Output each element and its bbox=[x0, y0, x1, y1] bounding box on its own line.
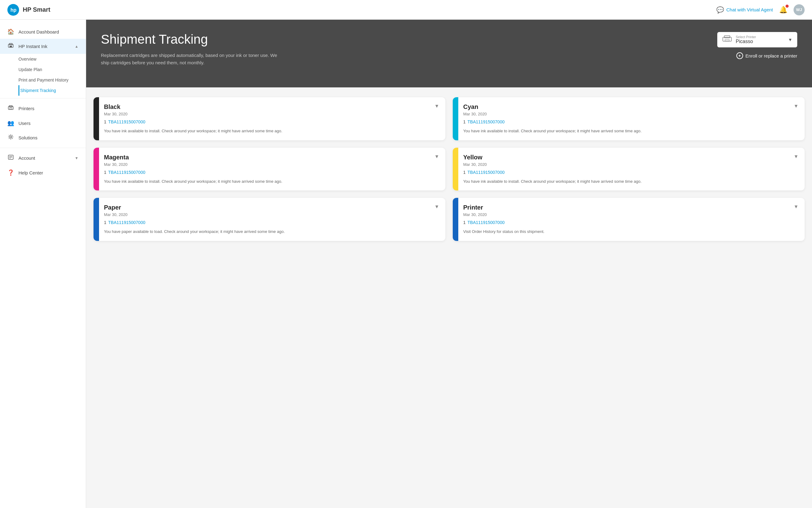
svg-rect-3 bbox=[9, 46, 12, 47]
ink-card-tracking-link-cyan[interactable]: TBA111915007000 bbox=[467, 119, 642, 124]
printer-selector[interactable]: Select Printer Picasso ▼ bbox=[717, 32, 797, 47]
cards-section: Black Mar 30, 2020 1 TBA111915007000 You… bbox=[86, 87, 812, 251]
sidebar-label-account: Account bbox=[18, 155, 71, 161]
sidebar-label-hp-instant-ink: HP Instant Ink bbox=[18, 44, 71, 49]
ink-card-message-yellow: You have ink available to install. Check… bbox=[463, 178, 642, 184]
sidebar-label-account-dashboard: Account Dashboard bbox=[18, 29, 79, 35]
ink-card-title-black: Black bbox=[104, 103, 282, 111]
enroll-label: Enroll or replace a printer bbox=[746, 53, 797, 58]
app-title: HP Smart bbox=[23, 6, 50, 13]
ink-card-tracking-link-yellow[interactable]: TBA111915007000 bbox=[467, 170, 642, 175]
ink-card-chevron-cyan[interactable]: ▼ bbox=[794, 103, 799, 109]
ink-card-body-black: Black Mar 30, 2020 1 TBA111915007000 You… bbox=[99, 97, 445, 140]
sidebar-sub-print-payment[interactable]: Print and Payment History bbox=[18, 75, 86, 85]
sidebar: 🏠 Account Dashboard HP Instant Ink ▲ Ove… bbox=[0, 20, 86, 508]
ink-card-chevron-paper[interactable]: ▼ bbox=[434, 204, 439, 210]
ink-card-body-printer-item: Printer Mar 30, 2020 1 TBA111915007000 V… bbox=[458, 198, 805, 241]
ink-card-qty-printer-item: 1 bbox=[463, 220, 466, 225]
logo-area: hp HP Smart bbox=[7, 4, 50, 16]
hp-instant-ink-chevron: ▲ bbox=[75, 44, 79, 49]
svg-point-7 bbox=[10, 136, 12, 138]
divider-2 bbox=[0, 148, 86, 148]
instant-ink-icon bbox=[7, 42, 14, 50]
enroll-plus-icon: + bbox=[736, 52, 743, 59]
svg-text:hp: hp bbox=[10, 7, 16, 13]
ink-card-tracking-link-printer-item[interactable]: TBA111915007000 bbox=[467, 220, 544, 225]
sidebar-item-printers[interactable]: Printers bbox=[0, 101, 86, 116]
ink-card-printer-item: Printer Mar 30, 2020 1 TBA111915007000 V… bbox=[453, 198, 805, 241]
ink-card-message-paper: You have paper available to load. Check … bbox=[104, 228, 285, 235]
printer-selector-text: Select Printer Picasso bbox=[736, 35, 784, 44]
sidebar-item-hp-instant-ink[interactable]: HP Instant Ink ▲ bbox=[0, 39, 86, 54]
solutions-icon bbox=[7, 134, 14, 141]
ink-card-qty-magenta: 1 bbox=[104, 170, 106, 175]
ink-card-date-magenta: Mar 30, 2020 bbox=[104, 162, 282, 167]
ink-card-tracking-link-magenta[interactable]: TBA111915007000 bbox=[108, 170, 282, 175]
sidebar-item-users[interactable]: 👥 Users bbox=[0, 116, 86, 130]
ink-card-message-black: You have ink available to install. Check… bbox=[104, 128, 282, 134]
ink-card-stripe-black bbox=[93, 97, 99, 140]
user-avatar[interactable]: WJ bbox=[794, 4, 805, 15]
hero-inner: Shipment Tracking Replacement cartridges… bbox=[101, 32, 797, 67]
ink-card-chevron-printer-item[interactable]: ▼ bbox=[794, 204, 799, 210]
sidebar-sub-shipment-tracking[interactable]: Shipment Tracking bbox=[18, 85, 86, 96]
ink-card-date-cyan: Mar 30, 2020 bbox=[463, 112, 642, 116]
sidebar-sub-instant-ink: Overview Update Plan Print and Payment H… bbox=[0, 54, 86, 96]
sidebar-label-users: Users bbox=[18, 121, 79, 126]
top-header: hp HP Smart 💬 Chat with Virtual Agent 🔔 … bbox=[0, 0, 812, 20]
ink-card-stripe-yellow bbox=[453, 148, 458, 191]
hp-logo: hp bbox=[7, 4, 19, 16]
ink-card-paper: Paper Mar 30, 2020 1 TBA111915007000 You… bbox=[93, 198, 445, 241]
sidebar-label-help-center: Help Center bbox=[18, 170, 79, 175]
sidebar-sub-overview[interactable]: Overview bbox=[18, 54, 86, 64]
hero-actions: Select Printer Picasso ▼ + Enroll or rep… bbox=[717, 32, 797, 59]
sidebar-sub-update-plan[interactable]: Update Plan bbox=[18, 64, 86, 75]
ink-card-date-paper: Mar 30, 2020 bbox=[104, 212, 285, 217]
ink-card-qty-yellow: 1 bbox=[463, 170, 466, 175]
ink-card-body-paper: Paper Mar 30, 2020 1 TBA111915007000 You… bbox=[99, 198, 445, 241]
sidebar-item-account[interactable]: Account ▼ bbox=[0, 151, 86, 166]
printer-selector-icon bbox=[722, 35, 732, 44]
ink-card-stripe-magenta bbox=[93, 148, 99, 191]
ink-card-black: Black Mar 30, 2020 1 TBA111915007000 You… bbox=[93, 97, 445, 140]
sidebar-item-solutions[interactable]: Solutions bbox=[0, 130, 86, 145]
ink-card-tracking-cyan: 1 TBA111915007000 bbox=[463, 119, 642, 124]
enroll-link[interactable]: + Enroll or replace a printer bbox=[736, 52, 797, 59]
ink-card-tracking-paper: 1 TBA111915007000 bbox=[104, 220, 285, 225]
ink-card-header-paper: Paper Mar 30, 2020 1 TBA111915007000 You… bbox=[104, 204, 439, 235]
ink-card-chevron-black[interactable]: ▼ bbox=[434, 103, 439, 109]
page-title: Shipment Tracking bbox=[101, 32, 717, 47]
ink-card-message-magenta: You have ink available to install. Check… bbox=[104, 178, 282, 184]
content-area: Shipment Tracking Replacement cartridges… bbox=[86, 20, 812, 508]
chat-link[interactable]: 💬 Chat with Virtual Agent bbox=[716, 6, 773, 13]
chat-label: Chat with Virtual Agent bbox=[726, 7, 773, 12]
account-chevron: ▼ bbox=[75, 156, 79, 160]
ink-card-chevron-yellow[interactable]: ▼ bbox=[794, 154, 799, 159]
ink-card-qty-black: 1 bbox=[104, 119, 106, 124]
main-layout: 🏠 Account Dashboard HP Instant Ink ▲ Ove… bbox=[0, 20, 812, 508]
ink-card-chevron-magenta[interactable]: ▼ bbox=[434, 154, 439, 159]
ink-card-tracking-yellow: 1 TBA111915007000 bbox=[463, 170, 642, 175]
printer-selector-chevron: ▼ bbox=[788, 37, 792, 42]
bell-area[interactable]: 🔔 bbox=[779, 6, 787, 14]
ink-card-magenta: Magenta Mar 30, 2020 1 TBA111915007000 Y… bbox=[93, 148, 445, 191]
hero-description: Replacement cartridges are shipped autom… bbox=[101, 52, 279, 67]
ink-card-tracking-link-black[interactable]: TBA111915007000 bbox=[108, 119, 282, 124]
ink-card-tracking-link-paper[interactable]: TBA111915007000 bbox=[108, 220, 285, 225]
ink-card-stripe-cyan bbox=[453, 97, 458, 140]
ink-card-title-paper: Paper bbox=[104, 204, 285, 211]
svg-rect-13 bbox=[724, 36, 730, 38]
ink-card-tracking-black: 1 TBA111915007000 bbox=[104, 119, 282, 124]
printer-selector-label: Select Printer bbox=[736, 35, 784, 39]
chat-icon: 💬 bbox=[716, 6, 724, 13]
ink-card-header-cyan: Cyan Mar 30, 2020 1 TBA111915007000 You … bbox=[463, 103, 799, 134]
sidebar-item-account-dashboard[interactable]: 🏠 Account Dashboard bbox=[0, 25, 86, 39]
svg-rect-6 bbox=[9, 108, 12, 109]
sidebar-item-help-center[interactable]: ❓ Help Center bbox=[0, 166, 86, 180]
ink-card-qty-cyan: 1 bbox=[463, 119, 466, 124]
ink-card-header-yellow: Yellow Mar 30, 2020 1 TBA111915007000 Yo… bbox=[463, 154, 799, 184]
ink-card-date-black: Mar 30, 2020 bbox=[104, 112, 282, 116]
ink-card-tracking-magenta: 1 TBA111915007000 bbox=[104, 170, 282, 175]
ink-card-date-yellow: Mar 30, 2020 bbox=[463, 162, 642, 167]
ink-card-title-yellow: Yellow bbox=[463, 154, 642, 161]
